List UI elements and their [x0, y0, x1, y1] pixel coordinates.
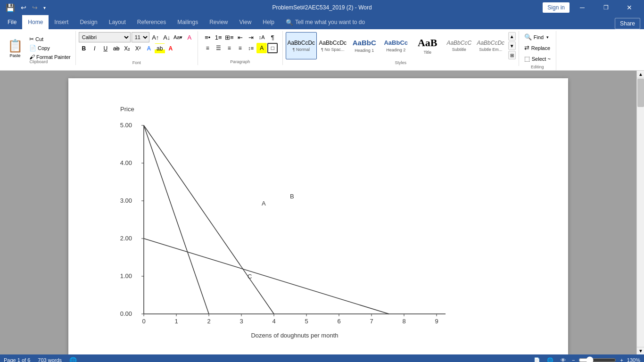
paste-button[interactable]: 📋 Paste — [5, 38, 25, 58]
tab-references[interactable]: References — [132, 15, 172, 29]
document-scroll[interactable]: Price 0.00 1.00 2.00 3.00 — [0, 71, 636, 354]
tab-insert[interactable]: Insert — [49, 15, 74, 29]
close-button[interactable]: ✕ — [619, 0, 640, 15]
styles-scroll-down[interactable]: ▼ — [508, 41, 516, 50]
undo-icon[interactable]: ↩ — [19, 3, 28, 12]
status-bar: Page 1 of 6 703 words 🌐 📄 🌐 👁 − + 130% — [0, 354, 644, 362]
zoom-slider[interactable] — [578, 357, 616, 362]
styles-scroll-up[interactable]: ▲ — [508, 32, 516, 41]
clipboard-small-buttons: ✂ Cut 📄 Copy 🖌 Format Painter — [27, 35, 73, 61]
sort-button[interactable]: ↕A — [256, 32, 267, 42]
font-name-select[interactable]: Calibri — [79, 32, 131, 42]
style-subtle-emphasis[interactable]: AaBbCcDc Subtle Em... — [475, 32, 506, 59]
align-center-button[interactable]: ☰ — [213, 43, 223, 53]
style-subtitle[interactable]: AaBbCcC Subtitle — [444, 32, 475, 59]
paragraph-label: Paragraph — [230, 59, 250, 64]
borders-button[interactable]: □ — [267, 43, 278, 53]
align-left-button[interactable]: ≡ — [202, 43, 213, 53]
web-layout-button[interactable]: 🌐 — [545, 355, 555, 362]
text-effects-button[interactable]: A — [144, 43, 154, 54]
quick-access-dropdown[interactable]: ▾ — [41, 4, 48, 11]
shrink-font-button[interactable]: A↓ — [162, 32, 172, 42]
shading-button[interactable]: A — [256, 43, 267, 53]
zoom-out-icon[interactable]: − — [572, 357, 575, 362]
change-case-button[interactable]: Aa▾ — [173, 32, 183, 42]
align-right-button[interactable]: ≡ — [224, 43, 234, 53]
replace-button[interactable]: ⇄ Replace — [522, 43, 553, 53]
tab-file[interactable]: File — [2, 15, 22, 29]
scroll-down-button[interactable]: ▼ — [637, 347, 644, 354]
strikethrough-button[interactable]: ab — [111, 43, 122, 54]
scroll-up-button[interactable]: ▲ — [637, 71, 644, 78]
x-label-3: 3 — [239, 318, 243, 325]
y-label-1: 1.00 — [120, 272, 132, 280]
style-title[interactable]: AaB Title — [412, 32, 443, 59]
tab-layout[interactable]: Layout — [103, 15, 132, 29]
justify-button[interactable]: ≡ — [235, 43, 245, 53]
copy-button[interactable]: 📄 Copy — [27, 44, 73, 52]
tab-view[interactable]: View — [234, 15, 257, 29]
scroll-thumb[interactable] — [637, 79, 644, 107]
numbering-button[interactable]: 1≡ — [213, 32, 223, 42]
font-size-select[interactable]: 11 — [132, 32, 149, 42]
underline-button[interactable]: U — [100, 43, 111, 54]
style-no-spacing[interactable]: AaBbCcDc ¶ No Spac... — [317, 32, 348, 59]
sign-in-button[interactable]: Sign in — [543, 2, 570, 13]
language-icon[interactable]: 🌐 — [69, 357, 77, 362]
text-highlight-button[interactable]: ab — [155, 43, 165, 54]
tab-mailings[interactable]: Mailings — [172, 15, 204, 29]
tab-tell-me[interactable]: 🔍Tell me what you want to do — [280, 15, 371, 29]
style-heading2-preview: AaBbCc — [384, 39, 408, 47]
bullets-button[interactable]: ≡• — [202, 32, 213, 42]
styles-group: AaBbCcDc ¶ Normal AaBbCcDc ¶ No Spac... … — [283, 31, 519, 66]
font-controls: Calibri 11 A↑ A↓ Aa▾ A B I U ab X₂ X² — [79, 32, 195, 54]
ribbon: File Home Insert Design Layout Reference… — [0, 15, 644, 71]
style-heading1[interactable]: AaBbC Heading 1 — [349, 32, 380, 59]
styles-expand[interactable]: ⊞ — [508, 51, 516, 59]
subscript-button[interactable]: X₂ — [122, 43, 132, 54]
line-spacing-button[interactable]: ↕≡ — [246, 43, 256, 53]
x-label-0: 0 — [142, 318, 145, 325]
find-button[interactable]: 🔍 Find ▾ — [522, 32, 553, 42]
zoom-in-icon[interactable]: + — [620, 357, 623, 362]
minimize-button[interactable]: ─ — [571, 0, 593, 15]
style-subtitle-label: Subtitle — [452, 47, 466, 52]
tab-home[interactable]: Home — [22, 15, 49, 29]
find-dropdown[interactable]: ▾ — [546, 35, 549, 40]
zoom-level: 130% — [627, 357, 640, 362]
bold-button[interactable]: B — [79, 43, 89, 54]
clear-format-button[interactable]: A — [184, 32, 195, 42]
paragraph-buttons: ≡• 1≡ ⊞≡ ⇤ ⇥ ↕A ¶ ≡ ☰ ≡ ≡ ↕≡ A □ — [202, 32, 278, 53]
select-button[interactable]: ⬚ Select ~ — [522, 54, 553, 64]
style-heading2[interactable]: AaBbCc Heading 2 — [380, 32, 412, 59]
italic-button[interactable]: I — [90, 43, 100, 54]
y-label-5: 5.00 — [120, 122, 132, 129]
tab-review[interactable]: Review — [204, 15, 233, 29]
multilevel-list-button[interactable]: ⊞≡ — [224, 32, 234, 42]
restore-button[interactable]: ❒ — [595, 0, 617, 15]
redo-icon[interactable]: ↪ — [30, 3, 40, 12]
status-bar-left: Page 1 of 6 703 words 🌐 — [4, 357, 77, 362]
style-normal[interactable]: AaBbCcDc ¶ Normal — [286, 32, 317, 59]
increase-indent-button[interactable]: ⇥ — [246, 32, 256, 42]
save-icon[interactable]: 💾 — [4, 2, 17, 13]
x-label-2: 2 — [207, 318, 210, 325]
styles-scroll-buttons: ▲ ▼ ⊞ — [508, 32, 516, 59]
superscript-button[interactable]: X² — [133, 43, 143, 54]
clipboard-label: Clipboard — [30, 59, 48, 64]
grow-font-button[interactable]: A↑ — [150, 32, 161, 42]
print-layout-button[interactable]: 📄 — [532, 355, 542, 362]
paragraph-group: ≡• 1≡ ⊞≡ ⇤ ⇥ ↕A ¶ ≡ ☰ ≡ ≡ ↕≡ A □ — [198, 31, 283, 65]
share-button[interactable]: Share — [615, 18, 640, 29]
style-no-spacing-label: ¶ No Spac... — [321, 47, 344, 52]
focus-button[interactable]: 👁 — [559, 355, 568, 362]
style-subtle-emphasis-label: Subtle Em... — [479, 47, 502, 52]
cut-button[interactable]: ✂ Cut — [27, 35, 73, 43]
show-hide-button[interactable]: ¶ — [267, 32, 278, 42]
tab-design[interactable]: Design — [74, 15, 103, 29]
document-area: Price 0.00 1.00 2.00 3.00 — [0, 71, 644, 354]
tab-help[interactable]: Help — [257, 15, 280, 29]
x-label-5: 5 — [305, 318, 308, 325]
font-color-button[interactable]: A — [165, 43, 176, 54]
decrease-indent-button[interactable]: ⇤ — [235, 32, 245, 42]
